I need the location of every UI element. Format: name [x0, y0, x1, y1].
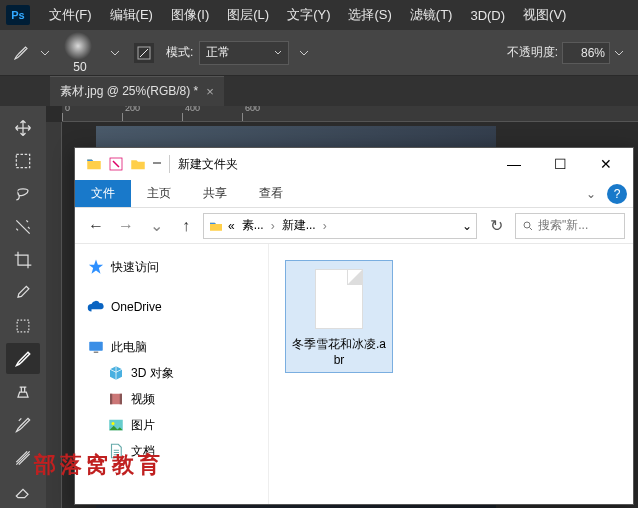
nav-quick-access[interactable]: 快速访问 [85, 254, 268, 280]
svg-rect-9 [120, 394, 122, 405]
chevron-down-icon[interactable] [40, 48, 50, 58]
mode-label: 模式: [166, 44, 193, 61]
close-tab-icon[interactable]: × [206, 84, 214, 99]
marquee-tool[interactable] [6, 145, 40, 176]
refresh-button[interactable]: ↻ [481, 216, 511, 235]
address-dropdown-icon[interactable]: ⌄ [462, 219, 472, 233]
nav-back-button[interactable]: ← [83, 213, 109, 239]
chevron-down-icon [274, 49, 282, 57]
svg-rect-8 [110, 394, 112, 405]
titlebar-icons [85, 155, 163, 173]
brush-size-value: 50 [73, 60, 86, 74]
nav-label: 此电脑 [111, 339, 147, 356]
file-item-abr[interactable]: 冬季雪花和冰凌.abr [285, 260, 393, 373]
help-icon[interactable]: ? [607, 184, 627, 204]
svg-rect-1 [16, 154, 29, 167]
nav-up-button[interactable]: ↑ [173, 213, 199, 239]
nav-recent-icon[interactable]: ⌄ [143, 213, 169, 239]
lasso-tool[interactable] [6, 178, 40, 209]
ribbon-view-tab[interactable]: 查看 [243, 180, 299, 207]
nav-label: 图片 [131, 417, 155, 434]
maximize-button[interactable]: ☐ [537, 149, 583, 179]
menu-file[interactable]: 文件(F) [40, 6, 101, 24]
watermark-text: 部落窝教育 [34, 450, 164, 480]
nav-onedrive[interactable]: OneDrive [85, 294, 268, 320]
search-input[interactable]: 搜索"新... [515, 213, 625, 239]
ps-document-tabbar: 素材.jpg @ 25%(RGB/8) * × [0, 76, 638, 106]
ribbon-collapse-icon[interactable]: ⌄ [579, 187, 603, 201]
ribbon-share-tab[interactable]: 共享 [187, 180, 243, 207]
chevron-down-icon[interactable] [614, 48, 624, 58]
menu-type[interactable]: 文字(Y) [278, 6, 339, 24]
computer-icon [87, 338, 105, 356]
properties-icon[interactable] [107, 155, 125, 173]
chevron-down-icon[interactable] [299, 48, 309, 58]
menu-layer[interactable]: 图层(L) [218, 6, 278, 24]
window-title: 新建文件夹 [178, 156, 238, 173]
breadcrumb[interactable]: 素... [239, 217, 267, 234]
menu-select[interactable]: 选择(S) [339, 6, 400, 24]
brush-tool[interactable] [6, 343, 40, 374]
file-generic-icon [315, 269, 363, 329]
nav-forward-button[interactable]: → [113, 213, 139, 239]
nav-label: 快速访问 [111, 259, 159, 276]
svg-point-4 [524, 222, 530, 228]
cube-icon [107, 364, 125, 382]
search-placeholder: 搜索"新... [538, 217, 588, 234]
minimize-button[interactable]: — [491, 149, 537, 179]
nav-label: 视频 [131, 391, 155, 408]
nav-videos[interactable]: 视频 [105, 386, 268, 412]
ribbon-file-tab[interactable]: 文件 [75, 180, 131, 207]
ps-menubar: Ps 文件(F) 编辑(E) 图像(I) 图层(L) 文字(Y) 选择(S) 滤… [0, 0, 638, 30]
ribbon-home-tab[interactable]: 主页 [131, 180, 187, 207]
menu-edit[interactable]: 编辑(E) [101, 6, 162, 24]
eyedropper-tool[interactable] [6, 277, 40, 308]
crop-tool[interactable] [6, 244, 40, 275]
ps-toolbar [0, 106, 46, 508]
brush-preset-icon[interactable] [64, 32, 92, 60]
folder-contents-pane[interactable]: 冬季雪花和冰凌.abr [269, 244, 633, 504]
ruler-horizontal: 0 200 400 600 [62, 106, 638, 122]
opacity-input[interactable]: 86% [562, 42, 610, 64]
window-titlebar[interactable]: 新建文件夹 — ☐ ✕ [75, 148, 633, 180]
brush-panel-toggle-icon[interactable] [134, 43, 154, 63]
svg-rect-2 [17, 320, 29, 332]
move-tool[interactable] [6, 112, 40, 143]
address-bar[interactable]: « 素... › 新建... › ⌄ [203, 213, 477, 239]
history-brush-tool[interactable] [6, 409, 40, 440]
ps-options-bar: 50 模式: 正常 不透明度: 86% [0, 30, 638, 76]
menu-view[interactable]: 视图(V) [514, 6, 575, 24]
nav-pictures[interactable]: 图片 [105, 412, 268, 438]
film-icon [107, 390, 125, 408]
document-tab-title: 素材.jpg @ 25%(RGB/8) * [60, 83, 198, 100]
close-button[interactable]: ✕ [583, 149, 629, 179]
svg-rect-5 [89, 342, 103, 351]
star-icon [87, 258, 105, 276]
ribbon-tabs: 文件 主页 共享 查看 ⌄ ? [75, 180, 633, 208]
search-icon [522, 220, 534, 232]
svg-point-11 [112, 422, 115, 425]
nav-this-pc[interactable]: 此电脑 [85, 334, 268, 360]
menu-3d[interactable]: 3D(D) [461, 8, 514, 23]
folder-icon [85, 155, 103, 173]
svg-rect-6 [94, 352, 99, 354]
frame-tool[interactable] [6, 310, 40, 341]
brush-tool-icon [12, 44, 30, 62]
folder-small-icon [129, 155, 147, 173]
blend-mode-select[interactable]: 正常 [199, 41, 289, 65]
opacity-value: 86% [581, 46, 605, 60]
breadcrumb[interactable]: 新建... [279, 217, 319, 234]
magic-wand-tool[interactable] [6, 211, 40, 242]
menu-image[interactable]: 图像(I) [162, 6, 218, 24]
picture-icon [107, 416, 125, 434]
opacity-label: 不透明度: [507, 44, 558, 61]
chevron-down-icon[interactable] [110, 48, 120, 58]
document-tab[interactable]: 素材.jpg @ 25%(RGB/8) * × [50, 76, 224, 106]
nav-3d-objects[interactable]: 3D 对象 [105, 360, 268, 386]
menu-filter[interactable]: 滤镜(T) [401, 6, 462, 24]
dropdown-caret-icon[interactable] [151, 158, 163, 170]
clone-stamp-tool[interactable] [6, 376, 40, 407]
address-bar-row: ← → ⌄ ↑ « 素... › 新建... › ⌄ ↻ 搜索"新... [75, 208, 633, 244]
ps-logo-icon: Ps [6, 5, 30, 25]
folder-icon [208, 218, 224, 234]
